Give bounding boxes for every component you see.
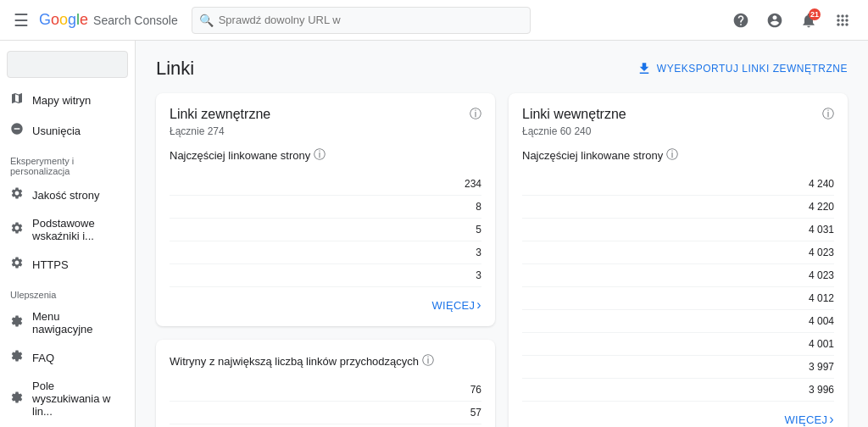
lw-val-0: 4 240 [809, 178, 834, 190]
lw-val-7: 4 001 [809, 338, 834, 350]
lw-row-0: 4 240 [522, 173, 834, 196]
lz2-val-1: 57 [470, 407, 481, 419]
logo-area: Google Search Console [39, 11, 178, 29]
sidebar-label-https: HTTPS [32, 258, 69, 271]
sidebar-item-podstawowe[interactable]: Podstawowe wskaźniki i... [0, 210, 128, 249]
sidebar-item-pole-wyszukiwania[interactable]: Pole wyszukiwania w lin... [0, 373, 128, 424]
search-input[interactable] [219, 14, 523, 26]
lw-row-1: 4 220 [522, 196, 834, 219]
https-icon [10, 256, 24, 273]
lz2-val-0: 76 [470, 384, 481, 396]
lw-val-3: 4 023 [809, 247, 834, 258]
lz-row-4: 3 [170, 264, 481, 287]
help-button[interactable] [726, 5, 756, 36]
notification-badge: 21 [809, 8, 821, 20]
lw-row-6: 4 004 [522, 310, 834, 333]
lz-s2-info-icon[interactable]: ⓘ [422, 353, 434, 369]
lw-val-6: 4 004 [809, 315, 834, 327]
lw-row-3: 4 023 [522, 241, 834, 264]
lw-val-2: 4 031 [809, 224, 834, 236]
topbar: ☰ Google Search Console 🔍 21 [0, 0, 868, 41]
metrics-icon [10, 221, 24, 238]
page-header: Linki WYEKSPORTUJ LINKI ZEWNĘTRZNE [156, 58, 848, 80]
lw-val-8: 3 997 [809, 361, 834, 373]
lw-more-link[interactable]: WIĘCEJ › [784, 412, 834, 427]
lw-val-1: 4 220 [809, 201, 834, 213]
sidebar-label-faq: FAQ [32, 352, 54, 364]
lz-more[interactable]: WIĘCEJ › [170, 297, 481, 313]
lz-row-0: 234 [170, 173, 481, 196]
lw-row-9: 3 996 [522, 379, 834, 402]
menu-icon[interactable]: ☰ [10, 7, 32, 34]
lz-row-1: 8 [170, 196, 481, 219]
card-lw-header: Linki wewnętrzne ⓘ [522, 107, 834, 122]
card-lz-header: Linki zewnętrzne ⓘ [170, 107, 481, 122]
section-ulepszenia: Ulepszenia [0, 283, 135, 303]
section-eksperymenty: Eksperymenty i personalizacja [0, 149, 135, 180]
export-button[interactable]: WYEKSPORTUJ LINKI ZEWNĘTRZNE [637, 61, 848, 76]
lz-val-1: 8 [476, 201, 481, 213]
quality-icon [10, 186, 24, 203]
sidebar-label-podstawowe: Podstawowe wskaźniki i... [32, 217, 118, 242]
lw-section1-title: Najczęściej linkowane strony ⓘ [522, 147, 834, 163]
url-search-bar[interactable]: 🔍 [192, 7, 531, 34]
faq-icon [10, 349, 24, 366]
lw-val-9: 3 996 [809, 384, 834, 396]
lw-info-icon[interactable]: ⓘ [822, 107, 834, 122]
card-lz2-header: Witryny z największą liczbą linków przyc… [170, 353, 481, 369]
search-icon: 🔍 [199, 14, 214, 27]
lz2-row-1: 57 [170, 402, 481, 424]
sidebar-search[interactable] [7, 51, 128, 78]
lz2-row-0: 76 [170, 379, 481, 402]
lw-val-5: 4 012 [809, 292, 834, 304]
lz-row-2: 5 [170, 219, 481, 241]
notifications-button[interactable]: 21 [793, 5, 824, 36]
topbar-right: 21 [726, 5, 858, 36]
sidebar-label-jakosc: Jakość strony [32, 189, 99, 202]
sidebar-item-mapy-witryn[interactable]: Mapy witryn [0, 85, 128, 115]
layout: Mapy witryn Usunięcia Eksperymenty i per… [0, 41, 868, 427]
google-logo: Google [39, 11, 88, 29]
lw-row-8: 3 997 [522, 356, 834, 379]
card-lz-subtitle: Łącznie 274 [170, 125, 481, 137]
cards-grid: Linki zewnętrzne ⓘ Łącznie 274 Najczęści… [156, 93, 848, 427]
menu-nav-icon [10, 314, 24, 331]
lz-section1-title: Najczęściej linkowane strony ⓘ [170, 147, 481, 163]
card-linki-zewnetrzne: Linki zewnętrzne ⓘ Łącznie 274 Najczęści… [156, 93, 495, 326]
sidebar-item-usuniecia[interactable]: Usunięcia [0, 115, 128, 146]
lw-val-4: 4 023 [809, 269, 834, 281]
main-content: Linki WYEKSPORTUJ LINKI ZEWNĘTRZNE Linki… [136, 41, 868, 427]
lw-row-5: 4 012 [522, 287, 834, 310]
lz-val-4: 3 [476, 269, 481, 281]
lz-more-link[interactable]: WIĘCEJ › [431, 297, 481, 313]
sidebar-label-usuniecia: Usunięcia [32, 125, 81, 137]
sidebar-item-faq[interactable]: FAQ [0, 342, 128, 373]
lw-s1-info-icon[interactable]: ⓘ [666, 147, 678, 163]
card-lw-title: Linki wewnętrzne [522, 107, 626, 122]
account-button[interactable] [760, 5, 790, 36]
lw-row-4: 4 023 [522, 264, 834, 287]
lw-row-2: 4 031 [522, 219, 834, 241]
chevron-right-icon-lw: › [829, 412, 834, 427]
sidebar-item-jakosc-strony[interactable]: Jakość strony [0, 180, 128, 210]
apps-button[interactable] [827, 5, 858, 36]
search-field-icon [10, 391, 24, 408]
card-lz-title: Linki zewnętrzne [170, 107, 270, 122]
lz-val-2: 5 [476, 224, 481, 236]
sidebar-label-menu: Menu nawigacyjne [32, 310, 118, 336]
lw-row-7: 4 001 [522, 333, 834, 356]
page-title: Linki [156, 58, 194, 80]
card-linki-wewnetrzne: Linki wewnętrzne ⓘ Łącznie 60 240 Najczę… [509, 93, 848, 427]
sidebar-label-mapy-witryn: Mapy witryn [32, 94, 91, 107]
export-label: WYEKSPORTUJ LINKI ZEWNĘTRZNE [657, 63, 848, 75]
sidebar-item-https[interactable]: HTTPS [0, 249, 128, 280]
chevron-right-icon: › [476, 297, 481, 313]
lz-info-icon[interactable]: ⓘ [470, 107, 481, 122]
lw-more[interactable]: WIĘCEJ › [522, 412, 834, 427]
card-lw-subtitle: Łącznie 60 240 [522, 125, 834, 137]
lz-val-3: 3 [476, 247, 481, 258]
app-name: Search Console [93, 14, 178, 27]
lz-val-0: 234 [465, 178, 481, 190]
lz-s1-info-icon[interactable]: ⓘ [314, 147, 326, 163]
sidebar-item-menu[interactable]: Menu nawigacyjne [0, 303, 128, 342]
